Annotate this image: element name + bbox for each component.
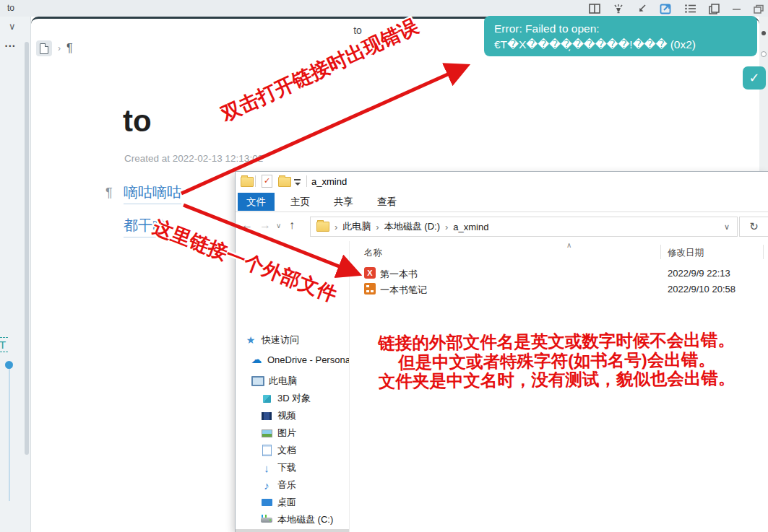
ribbon-tab-view[interactable]: 查看 [368,193,405,211]
explorer-sidebar: ★快速访问 ☁OneDrive - Persona 此电脑 3D 对象 视频 图… [236,241,350,532]
ribbon-tab-file[interactable]: 文件 [238,193,275,211]
explorer-address-row: ← → ∨ ↑ › 此电脑 › 本地磁盘 (D:) › a_xmind ∨ ↻ [236,212,768,241]
drive-c-icon [260,514,273,526]
sidebar-item-this-pc[interactable]: 此电脑 [236,373,350,389]
gutter-guide-line [9,369,10,501]
folder-icon [241,177,254,187]
ribbon-tab-home[interactable]: 主页 [282,193,319,211]
file-row-2[interactable]: 一本书笔记 2022/9/10 20:58 DRAWIO 文件 [350,241,768,253]
note-link-2[interactable]: 都干啥 [124,216,167,237]
sidebar-item-downloads[interactable]: ↓下载 [236,460,350,476]
columns-layout-icon[interactable] [589,4,600,14]
explorer-file-pane: ∧ 名称 修改日期 类型 大小 X 第一本书 2022/9/9 22:13 XM… [350,241,768,532]
refresh-button[interactable]: ↻ [739,217,768,237]
note-created-timestamp: Created at 2022-02-13 12:13:02 [124,153,263,164]
address-segment-folder[interactable]: a_xmind [453,222,488,232]
copy-stack-icon[interactable] [709,4,720,14]
onedrive-cloud-icon: ☁ [250,354,263,365]
file-date: 2022/9/10 20:58 [668,284,735,295]
clipped-left-text: T [0,337,8,352]
gutter-dot-handle[interactable] [5,361,13,369]
restore-window-icon[interactable] [754,4,764,14]
ribbon-tab-share[interactable]: 共享 [325,193,362,211]
sidebar-item-drive-c[interactable]: 本地磁盘 (C:) [236,512,350,528]
quick-access-dropdown-icon[interactable] [294,179,301,182]
spotlight-lamp-icon[interactable] [613,4,624,14]
more-options-icon[interactable]: ••• [5,43,16,50]
sidebar-item-videos[interactable]: 视频 [236,408,350,424]
crumb-sep-icon: › [445,222,448,232]
file-explorer-window: ✓ a_xmind 文件 主页 共享 查看 ← → ∨ ↑ › 此电脑 › 本地… [235,171,768,532]
folder-icon [316,222,329,232]
sidebar-item-quick-access[interactable]: ★快速访问 [236,332,350,348]
up-button[interactable]: ↑ [289,219,295,232]
star-icon: ★ [244,334,257,346]
pictures-icon [260,427,273,439]
dock-dot-outline[interactable] [761,51,767,57]
crumb-sep-icon: › [376,222,379,232]
explorer-titlebar[interactable]: ✓ a_xmind [236,172,768,191]
error-toast: Error: Failed to open: €T�X����̦�����!��… [484,16,757,56]
open-external-icon[interactable] [660,3,672,14]
file-name[interactable]: 第一本书 [380,268,418,281]
forward-button[interactable]: → [259,219,271,232]
column-header-name[interactable]: 名称 [364,247,382,259]
sidebar-item-onedrive[interactable]: ☁OneDrive - Persona [236,352,350,367]
sort-ascending-icon[interactable]: ∧ [566,241,571,249]
titlebar-separator [255,175,256,187]
address-segment-this-pc[interactable]: 此电脑 [342,220,371,233]
music-icon: ♪ [260,479,273,491]
confirm-check-button[interactable]: ✓ [743,66,766,90]
dock-dot-filled[interactable] [761,31,766,35]
bullet-list-icon[interactable] [684,4,696,14]
breadcrumb: › ¶ [36,40,73,56]
minimize-icon[interactable] [732,4,741,14]
address-bar[interactable]: › 此电脑 › 本地磁盘 (D:) › a_xmind ∨ [310,217,738,237]
address-dropdown-icon[interactable]: ∨ [724,222,730,232]
column-separator[interactable] [660,245,661,259]
column-separator[interactable] [763,245,764,259]
file-date: 2022/9/9 22:13 [668,268,730,279]
left-rail: ∨ ••• T [0,17,31,532]
note-title[interactable]: to [123,104,152,139]
history-dropdown-icon[interactable]: ∨ [276,222,281,230]
sidebar-item-3d-objects[interactable]: 3D 对象 [236,391,350,406]
sidebar-item-drive-d[interactable]: 本地磁盘 (D:) [236,529,350,532]
note-link-1[interactable]: 嘀咕嘀咕 [124,183,181,204]
chevron-down-icon[interactable]: ∨ [9,21,16,32]
explorer-window-title: a_xmind [311,176,347,187]
properties-check-icon[interactable]: ✓ [262,175,272,188]
this-pc-icon [251,375,264,387]
documents-icon [260,445,273,456]
folder-icon[interactable] [278,177,291,187]
error-toast-line2: €T�X����̦�����!��� (0x2) [494,37,747,53]
error-toast-line1: Error: Failed to open: [494,21,747,37]
explorer-ribbon: 文件 主页 共享 查看 [236,191,768,212]
screen: to ∨ ••• T to › ¶ to Created at 2022-02-… [0,0,768,532]
crumb-sep-icon: › [335,222,337,232]
sidebar-item-desktop[interactable]: 桌面 [236,494,350,510]
breadcrumb-separator: › [58,43,61,53]
window-tab-title[interactable]: to [7,3,14,13]
sidebar-item-music[interactable]: ♪音乐 [236,477,350,493]
app-toolbar [589,1,764,16]
desktop-icon [260,497,273,508]
xmind-file-icon: X [364,267,376,279]
app-titlebar: to [0,0,768,17]
back-button[interactable]: ← [241,219,253,232]
file-name[interactable]: 一本书笔记 [380,284,427,297]
column-header-date[interactable]: 修改日期 [668,247,704,259]
paragraph-mark: ¶ [105,186,113,201]
doc-icon[interactable] [36,40,52,56]
doc-header-title: to [322,25,394,36]
drawio-file-icon [364,283,376,295]
address-segment-drive-d[interactable]: 本地磁盘 (D:) [384,220,440,233]
titlebar-separator [306,175,307,187]
vertical-scrollbar[interactable] [25,42,29,455]
downloads-icon: ↓ [260,462,273,474]
sidebar-item-documents[interactable]: 文档 [236,442,350,458]
paragraph-mark-icon[interactable]: ¶ [66,42,73,55]
videos-icon [260,410,273,422]
sidebar-item-pictures[interactable]: 图片 [236,425,350,441]
collapse-arrows-icon[interactable] [637,4,647,14]
